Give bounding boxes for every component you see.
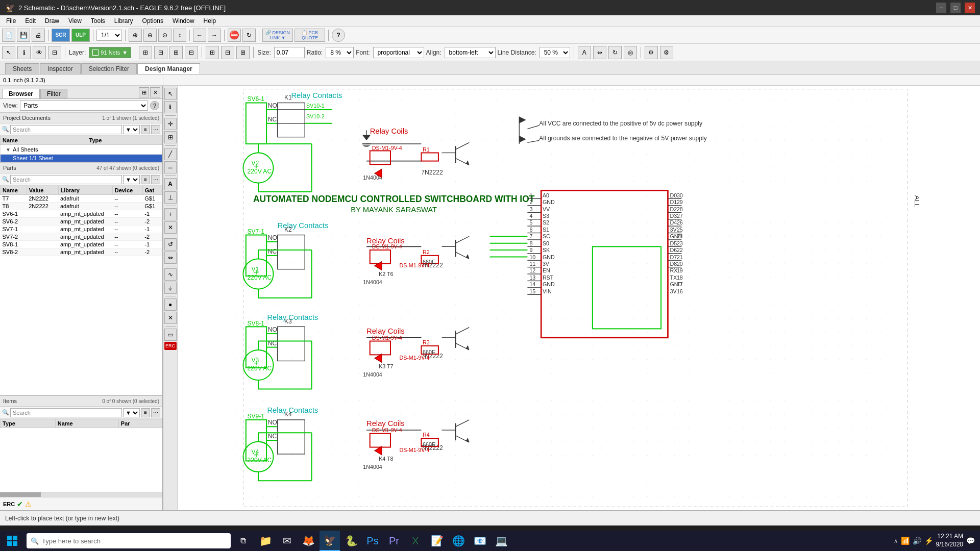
tree-all-sheets-row[interactable]: ▼ All Sheets [1, 145, 162, 155]
list-item[interactable]: SV7-2amp_mt_updated---2 [1, 233, 162, 241]
frame-btn[interactable]: ▭ [164, 329, 177, 341]
new-btn[interactable]: 📄 [2, 29, 15, 42]
grid-btn4[interactable]: ⊟ [185, 46, 198, 59]
settings-btn2[interactable]: ⚙ [660, 46, 673, 59]
info-btn[interactable]: ℹ [17, 46, 31, 59]
design-link-btn[interactable]: 🔗 DESIGNLINK ▼ [262, 29, 293, 42]
zoom-area-btn[interactable]: ↕ [173, 29, 186, 42]
outlook-icon[interactable]: 📧 [470, 531, 490, 551]
bus-btn[interactable]: ═ [164, 161, 177, 173]
select-btn[interactable]: ↖ [164, 88, 177, 100]
net-btn[interactable]: ∿ [164, 268, 177, 281]
text-btn2[interactable]: A [164, 178, 177, 190]
tab-sheets[interactable]: Sheets [5, 63, 39, 74]
align-btn1[interactable]: ⊞ [206, 46, 219, 59]
items-search-input[interactable] [10, 408, 122, 417]
parts-options-btn[interactable]: ⋯ [151, 175, 160, 184]
mirror-btn[interactable]: ⇔ [593, 46, 606, 59]
rotate-btn[interactable]: ↻ [608, 46, 622, 59]
list-item[interactable]: T72N2222adafruit--G$1 [1, 195, 162, 203]
chrome-icon[interactable]: 🌐 [448, 531, 469, 551]
help-btn[interactable]: ? [332, 29, 345, 42]
align-btn3[interactable]: ⊞ [236, 46, 250, 59]
file-explorer-icon[interactable]: 📁 [255, 531, 276, 551]
layer-select-btn[interactable]: 91 Nets ▼ [89, 47, 131, 58]
parts-list-btn[interactable]: ≡ [141, 175, 150, 184]
menu-view[interactable]: View [64, 16, 86, 26]
premiere-icon[interactable]: Pr [384, 531, 404, 551]
menu-file[interactable]: File [2, 16, 20, 26]
schematic-canvas[interactable]: Relay Contacts SV6-1 NO NC K1 V2 220V AC… [178, 86, 980, 510]
undo-btn[interactable]: ← [193, 29, 206, 42]
maximize-button[interactable]: □ [950, 3, 961, 13]
battery-icon[interactable]: ⚡ [924, 537, 933, 545]
grid-btn3[interactable]: ⊞ [169, 46, 183, 59]
menu-library[interactable]: Library [110, 16, 137, 26]
eye-btn[interactable]: 👁 [33, 46, 46, 59]
project-docs-search-mode[interactable]: ▼ [123, 125, 140, 134]
list-item[interactable]: SV8-2amp_mt_updated---2 [1, 248, 162, 256]
minimize-button[interactable]: − [936, 3, 946, 13]
project-docs-list-btn[interactable]: ≡ [141, 125, 150, 134]
sheet-select[interactable]: 1/1 [96, 30, 122, 41]
menu-options[interactable]: Options [138, 16, 167, 26]
computer-icon[interactable]: 💻 [491, 531, 511, 551]
view-help-btn[interactable]: ? [150, 101, 159, 110]
ulp-btn[interactable]: ULP [71, 29, 90, 42]
copy-btn[interactable]: ⊞ [164, 131, 177, 143]
tab-design-manager[interactable]: Design Manager [137, 63, 200, 74]
items-options-btn[interactable]: ⋯ [151, 408, 160, 417]
label-btn[interactable]: ⊥ [164, 191, 177, 204]
zoom-in-btn[interactable]: ⊕ [129, 29, 142, 42]
list-item[interactable]: SV8-1amp_mt_updated---1 [1, 241, 162, 248]
filter-btn[interactable]: ⊟ [48, 46, 61, 59]
firefox-icon[interactable]: 🦊 [298, 531, 318, 551]
list-item[interactable]: SV7-1amp_mt_updated---1 [1, 226, 162, 233]
view-select[interactable]: Parts [20, 101, 148, 111]
horizontal-scrollbar[interactable] [0, 492, 162, 497]
tab-inspector[interactable]: Inspector [40, 63, 80, 74]
clock-display[interactable]: 12:21 AM 9/16/2020 [936, 533, 963, 548]
ratio-select[interactable]: 8 % [326, 47, 354, 58]
menu-tools[interactable]: Tools [87, 16, 109, 26]
chevron-up-icon[interactable]: ∧ [894, 538, 898, 544]
volume-icon[interactable]: 🔊 [913, 537, 921, 545]
zoom-fit-btn[interactable]: ⊙ [158, 29, 172, 42]
move-btn[interactable]: ✛ [164, 118, 177, 130]
print-btn[interactable]: 🖨 [32, 29, 45, 42]
save-btn[interactable]: 💾 [17, 29, 30, 42]
eagle-icon[interactable]: 🦅 [320, 531, 340, 551]
mail-icon[interactable]: ✉ [277, 531, 297, 551]
parts-search-mode[interactable]: ▼ [123, 175, 140, 184]
grid-btn1[interactable]: ⊞ [139, 46, 152, 59]
sheet-row[interactable]: Sheet 1/1 Sheet [1, 155, 162, 162]
font-select[interactable]: proportional [373, 47, 424, 58]
items-search-mode[interactable]: ▼ [123, 408, 140, 417]
text-btn[interactable]: A [578, 46, 591, 59]
taskbar-search-bar[interactable]: 🔍 Type here to search [27, 533, 231, 548]
notepad-icon[interactable]: 📝 [427, 531, 447, 551]
task-view-btn[interactable]: ⧉ [233, 531, 253, 551]
align-btn2[interactable]: ⊟ [221, 46, 234, 59]
list-item[interactable]: SV6-2amp_mt_updated---2 [1, 218, 162, 226]
settings-btn1[interactable]: ⚙ [645, 46, 658, 59]
python-icon[interactable]: 🐍 [341, 531, 361, 551]
zoom-out-btn[interactable]: ⊖ [143, 29, 157, 42]
mirror-btn2[interactable]: ⇔ [164, 252, 177, 264]
menu-help[interactable]: Help [200, 16, 220, 26]
photoshop-icon[interactable]: Ps [362, 531, 383, 551]
menu-window[interactable]: Window [168, 16, 199, 26]
repeat-btn[interactable]: ↻ [242, 29, 256, 42]
items-list-btn[interactable]: ≡ [141, 408, 150, 417]
align-select[interactable]: bottom-left [445, 47, 496, 58]
network-icon[interactable]: 📶 [901, 537, 910, 545]
stop-btn[interactable]: ⛔ [228, 29, 241, 42]
list-item[interactable]: T82N2222adafruit--G$1 [1, 203, 162, 210]
project-docs-options-btn[interactable]: ⋯ [151, 125, 160, 134]
parts-search-input[interactable] [10, 175, 122, 184]
close-button[interactable]: ✕ [965, 3, 975, 13]
add-part-btn[interactable]: + [164, 208, 177, 220]
filter-tab[interactable]: Filter [40, 89, 67, 98]
tab-selection-filter[interactable]: Selection Filter [81, 63, 137, 74]
rotate-btn2[interactable]: ↺ [164, 238, 177, 251]
